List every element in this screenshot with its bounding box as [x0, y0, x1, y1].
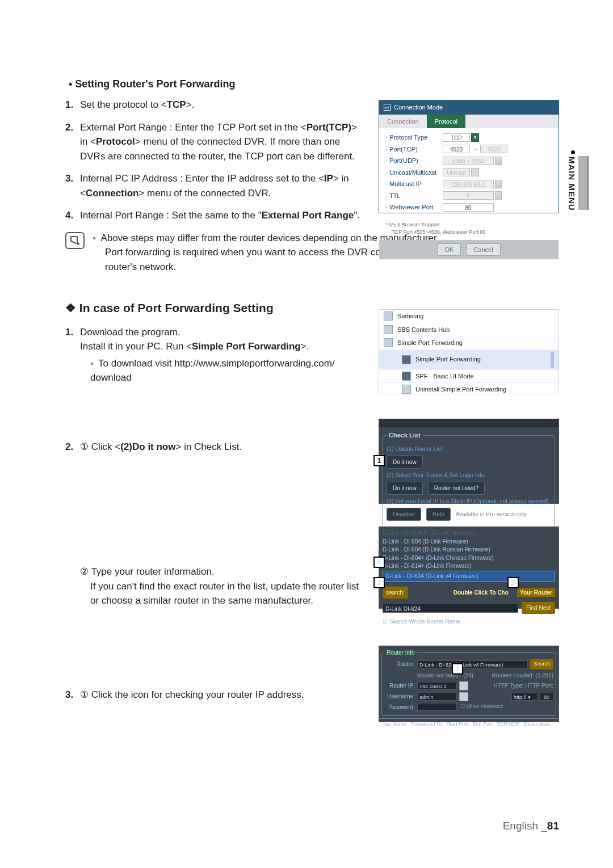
badge-4: 4: [373, 557, 385, 568]
tab-protocol[interactable]: Protocol: [427, 115, 465, 129]
http-type-select[interactable]: http:// ▾: [511, 693, 538, 701]
username-field[interactable]: admin: [417, 693, 457, 701]
menu-item-samsung[interactable]: Samsung: [379, 310, 559, 323]
router-list-selected: D-Link - DI-624 (D-Link v4 Firmware): [383, 571, 555, 583]
dialog-title: ↩ Connection Mode: [379, 100, 559, 115]
heading-port-forwarding: Setting Router's Port Forwarding: [69, 77, 559, 92]
unicast-field: Unicast: [443, 168, 470, 176]
menu-item-uninstall[interactable]: Uninstall Simple Port Forwarding: [379, 382, 559, 396]
chevron-down-icon: [471, 168, 479, 176]
find-next-button[interactable]: Find Next: [522, 602, 555, 614]
badge-3: 3: [507, 577, 519, 588]
webviewer-port[interactable]: 80: [443, 203, 494, 212]
folder-icon: [384, 325, 393, 334]
http-port-field[interactable]: 80: [540, 693, 553, 701]
search-whole-name-checkbox[interactable]: ☑ Search Whole Router Name: [383, 617, 555, 626]
stepper: [495, 157, 502, 165]
submenu-arrow-icon: [551, 352, 554, 368]
router-not-listed[interactable]: Router not listed?: [428, 482, 485, 495]
note-icon: [65, 232, 85, 249]
folder-icon: [384, 338, 393, 347]
badge-1: 1: [373, 455, 385, 466]
ok-button[interactable]: OK: [437, 243, 461, 256]
protocol-type-select[interactable]: TCP: [443, 133, 470, 142]
tab-connection[interactable]: Connection: [379, 115, 427, 129]
help-button[interactable]: Help: [426, 508, 451, 521]
router-list[interactable]: D-Link - DI-524UP (D-Link Firmware) D-Li…: [379, 527, 559, 583]
router-select[interactable]: D-Link - DI-624 (D-Link v4 Firmware): [417, 660, 528, 668]
side-tab-background: [578, 156, 589, 210]
multicast-ip: 224.126.63.1: [443, 180, 494, 188]
password-field[interactable]: [417, 703, 457, 711]
figure-connection-mode: ↩ Connection Mode Connection Protocol · …: [379, 100, 559, 213]
return-icon: ↩: [384, 104, 391, 111]
badge-1: 1: [452, 663, 463, 675]
menu-item-spf-folder[interactable]: Simple Port Forwarding: [379, 336, 559, 349]
user-icon[interactable]: [459, 692, 468, 701]
stepper: [495, 180, 502, 188]
port-tcp-end: 4524: [480, 145, 507, 153]
stepper: [495, 191, 502, 200]
port-table-header: App NameForwarded ToStart Port End PortT…: [379, 718, 559, 730]
show-password-checkbox[interactable]: Show Password: [467, 703, 503, 709]
menu-item-spf[interactable]: Simple Port Forwarding: [379, 349, 559, 369]
menu-item-spf-basic[interactable]: SPF - Basic UI Mode: [379, 369, 559, 383]
side-tab-main-menu: MAIN MENU: [565, 150, 578, 211]
ttl-field: 5: [443, 191, 494, 200]
search-input[interactable]: D-Link DI-624: [383, 603, 518, 613]
figure-checklist: 1 Check List (1) Update Router List Do i…: [379, 419, 559, 504]
uninstall-icon: [402, 385, 411, 394]
badge-2: 2: [373, 577, 385, 588]
page-footer: English _81: [503, 818, 559, 835]
figure-router-info: 1 Router Info Router: D-Link - DI-624 (D…: [379, 646, 559, 722]
search-label: search:: [383, 587, 408, 599]
figure-start-menu: Samsung SBS Contents Hub Simple Port For…: [379, 309, 559, 394]
app-icon: [402, 355, 411, 364]
cancel-button[interactable]: Cancel: [466, 243, 500, 256]
detect-ip-icon[interactable]: [459, 681, 468, 690]
app-icon: [402, 372, 411, 381]
chevron-down-icon[interactable]: ▾: [471, 133, 479, 142]
figure-router-search: 2 3 4 D-Link - DI-524UP (D-Link Firmware…: [379, 526, 559, 609]
do-it-now-1[interactable]: Do it now: [387, 456, 423, 469]
menu-item-sbs[interactable]: SBS Contents Hub: [379, 323, 559, 336]
search-button[interactable]: Search: [530, 659, 553, 669]
router-ip-field[interactable]: 192.168.0.1: [417, 682, 457, 690]
folder-icon: [384, 311, 393, 321]
disabled-button: Disabled: [387, 508, 421, 521]
download-note: To download visit http://www.simpleportf…: [90, 358, 335, 384]
port-tcp-start[interactable]: 4520: [443, 145, 470, 153]
do-it-now-2[interactable]: Do it now: [387, 482, 423, 495]
port-udp: 8000 ~ 8160: [443, 157, 494, 165]
